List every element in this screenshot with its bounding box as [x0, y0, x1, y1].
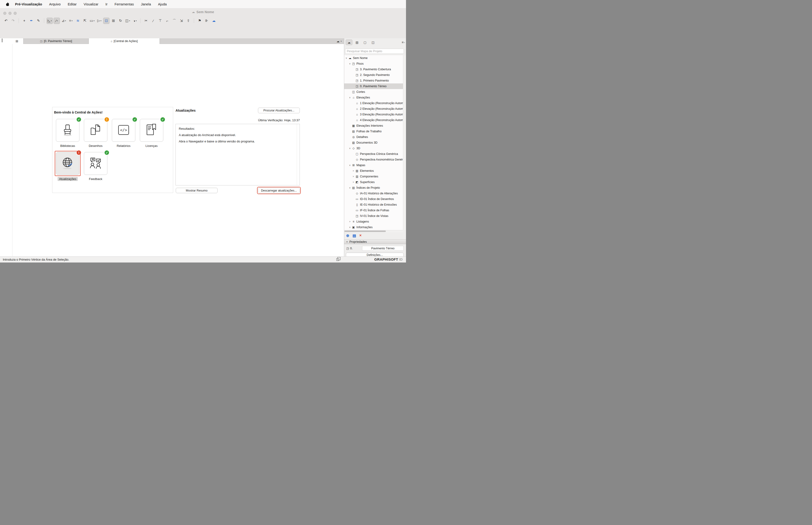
- tab-cloud-menu[interactable]: ☁ ▾: [336, 38, 342, 44]
- chevron-right-icon[interactable]: >: [352, 175, 355, 178]
- tree-item-2-elevacao-reconstrucao-automati[interactable]: ⌂2 Elevação (Reconstrução Automáti: [344, 106, 403, 111]
- tree-item-0-pavimento-terreo[interactable]: ◳0. Pavimento Térreo: [344, 84, 403, 89]
- chevron-down-icon[interactable]: ∨: [345, 57, 348, 59]
- chevron-down-icon[interactable]: ∨: [348, 147, 352, 149]
- tree-item-cortes[interactable]: ◫Cortes: [344, 89, 403, 95]
- card-bibliotecas[interactable]: ✓Bibliotecas: [55, 119, 80, 148]
- cursor-snap-icon[interactable]: ⇱: [82, 18, 88, 24]
- windows-stack-icon[interactable]: [336, 258, 339, 261]
- tree-item-perspectiva-axonometrica-generica[interactable]: ◇Perspectiva Axonométrica Genérica: [344, 157, 403, 162]
- pick-up-parameters-icon[interactable]: ⌖: [21, 18, 28, 24]
- pen-set-icon[interactable]: ◑▾: [132, 18, 138, 24]
- story-name-field[interactable]: Pavimento Térreo: [362, 246, 404, 251]
- fillet-icon[interactable]: ⌒: [171, 18, 178, 24]
- menu-item-ir[interactable]: Ir: [106, 2, 108, 6]
- tree-item-pisos[interactable]: ∨◳Pisos: [344, 61, 403, 66]
- tree-item-indices-de-projeto[interactable]: ∨▤Índices de Projeto: [344, 185, 403, 191]
- snap-points-icon[interactable]: ⊿▾: [61, 18, 67, 24]
- tree-item-3-elevacao-reconstrucao-automati[interactable]: ⌂3 Elevação (Reconstrução Automáti: [344, 111, 403, 117]
- scrollbar-thumb[interactable]: [344, 230, 386, 232]
- redo-icon[interactable]: ↷: [10, 18, 16, 24]
- tree-item-1-elevacao-reconstrucao-automati[interactable]: ⌂1 Elevação (Reconstrução Automáti: [344, 100, 403, 106]
- show-summary-button[interactable]: Mostrar Resumo: [176, 188, 218, 193]
- split-icon[interactable]: ∕: [150, 18, 156, 24]
- menu-item-ajuda[interactable]: Ajuda: [158, 2, 167, 6]
- gravity-icon[interactable]: ≋: [75, 18, 81, 24]
- intersect-icon[interactable]: ⌐: [164, 18, 170, 24]
- chevron-right-icon[interactable]: >: [352, 170, 355, 172]
- tree-item-1-primeiro-pavimento[interactable]: ◳1. Primeiro Pavimento: [344, 78, 403, 84]
- tree-item-componentes[interactable]: >▥Componentes: [344, 174, 403, 179]
- tree-item-documentos-3d[interactable]: ▧Documentos 3D: [344, 140, 403, 146]
- results-scrollbar[interactable]: [297, 124, 300, 185]
- tree-horizontal-scrollbar[interactable]: [344, 230, 403, 232]
- check-updates-button[interactable]: Procurar Atualizações...: [258, 108, 300, 113]
- layers-icon[interactable]: ⊪: [203, 18, 210, 24]
- tree-item-iv-01-indice-de-vistas[interactable]: ◳IV-01 Índice de Vistas: [344, 213, 403, 219]
- tree-item-elevacoes-interiores[interactable]: ▦Elevações Interiores: [344, 123, 403, 129]
- apple-menu-icon[interactable]: [6, 2, 10, 6]
- card-desenhos[interactable]: !Desenhos: [83, 119, 108, 148]
- tree-item-elementos[interactable]: >▨Elementos: [344, 168, 403, 174]
- tree-item-3d[interactable]: ∨◇3D: [344, 146, 403, 151]
- resize-icon[interactable]: ⇲: [178, 18, 184, 24]
- dimension-icon[interactable]: ⊞: [110, 18, 117, 24]
- snap-guides-icon[interactable]: ∕▾: [53, 18, 60, 24]
- layout-book-icon[interactable]: ▢: [362, 40, 368, 45]
- trim-icon[interactable]: ✂: [143, 18, 149, 24]
- tab-0-pavimento-terreo[interactable]: ◳[0. Pavimento Térreo]: [23, 38, 89, 44]
- element-snap-icon[interactable]: ⊡: [103, 18, 109, 24]
- chevron-down-icon[interactable]: ∨: [348, 226, 352, 228]
- tree-vertical-scrollbar[interactable]: [403, 55, 406, 230]
- project-map-icon[interactable]: ☁: [346, 40, 352, 45]
- clone-folder-icon[interactable]: ▤: [352, 234, 356, 238]
- menu-item-janela[interactable]: Janela: [141, 2, 151, 6]
- tree-item-sem-nome[interactable]: ∨☁Sem Nome: [344, 55, 403, 61]
- guide-lines-icon[interactable]: ◺▾: [47, 18, 53, 24]
- add-viewpoint-icon[interactable]: ⊕: [346, 234, 349, 238]
- tree-item-perspectiva-conica-generica[interactable]: ▢Perspectiva Cônica Genérica: [344, 151, 403, 157]
- teamwork-cloud-icon[interactable]: ☁: [211, 18, 217, 24]
- properties-header[interactable]: ▼ Propriedades: [344, 239, 406, 244]
- chevron-down-icon[interactable]: ∨: [348, 62, 352, 65]
- app-menu-title[interactable]: Pré-Visualização: [15, 2, 42, 6]
- tree-item-detalhes[interactable]: ◎Detalhes: [344, 134, 403, 140]
- tree-item-superficies[interactable]: >◩Superfícies: [344, 179, 403, 185]
- favorites-pen-icon[interactable]: ✎: [35, 18, 42, 24]
- inject-parameters-icon[interactable]: ✒: [28, 18, 34, 24]
- arrow-tool-icon[interactable]: ▷▾: [96, 18, 103, 24]
- tree-item-id-01-indice-de-desenhos[interactable]: ▭ID-01 Índice de Desenhos: [344, 196, 403, 202]
- chevron-down-icon[interactable]: ∨: [348, 164, 352, 166]
- tree-item-informacoes[interactable]: ∨▣Informações: [344, 224, 403, 230]
- chevron-down-icon[interactable]: ∨: [348, 186, 352, 189]
- undo-icon[interactable]: ↶: [3, 18, 9, 24]
- card-feedback[interactable]: ✓Feedback: [83, 152, 108, 181]
- download-updates-button[interactable]: Descarregar atualizações...: [258, 188, 300, 193]
- tab-overview-grid-icon[interactable]: ⊞: [13, 38, 21, 44]
- adjust-icon[interactable]: ⊤: [157, 18, 163, 24]
- tree-item-ia-01-historico-de-alteracoes[interactable]: ◇IA-01 Histórico de Alterações: [344, 191, 403, 196]
- tree-item-3-pavimento-cobertura[interactable]: ◳3. Pavimento Cobertura: [344, 66, 403, 72]
- menu-item-arquivo[interactable]: Arquivo: [49, 2, 61, 6]
- flag-icon[interactable]: ⚑: [196, 18, 203, 24]
- tree-item-if-01-indice-de-folhas[interactable]: ▭IF-01 Índice de Folhas: [344, 208, 403, 213]
- grid-snap-icon[interactable]: ⌗▾: [68, 18, 74, 24]
- card-licencas[interactable]: ✓Licenças: [139, 119, 164, 148]
- tree-item-listagens[interactable]: >≡Listagens: [344, 219, 403, 224]
- elevate-icon[interactable]: ⇧: [185, 18, 191, 24]
- menu-item-ferramentas[interactable]: Ferramentas: [114, 2, 134, 6]
- navigator-options-button[interactable]: ≡ ›: [401, 41, 405, 44]
- mirror-icon[interactable]: ◫▾: [124, 18, 131, 24]
- card-atualizacoes[interactable]: !Atualizações: [55, 152, 80, 181]
- marquee-icon[interactable]: ▭▾: [89, 18, 95, 24]
- card-relatorios[interactable]: </>✓Relatórios: [111, 119, 136, 148]
- chevron-right-icon[interactable]: >: [348, 221, 352, 223]
- tree-item-folhas-de-trabalho[interactable]: ▤Folhas de Trabalho: [344, 129, 403, 134]
- navigator-search-input[interactable]: [345, 49, 404, 54]
- rotate-icon[interactable]: ↻: [117, 18, 124, 24]
- view-map-icon[interactable]: ▤: [354, 40, 361, 45]
- chevron-down-icon[interactable]: ∨: [348, 96, 352, 99]
- tree-item-4-elevacao-reconstrucao-automati[interactable]: ⌂4 Elevação (Reconstrução Automáti: [344, 117, 403, 123]
- tree-item-ie-01-historico-de-emissoes[interactable]: ▯IE-01 Histórico de Emissões: [344, 202, 403, 208]
- publisher-icon[interactable]: ◫: [370, 40, 377, 45]
